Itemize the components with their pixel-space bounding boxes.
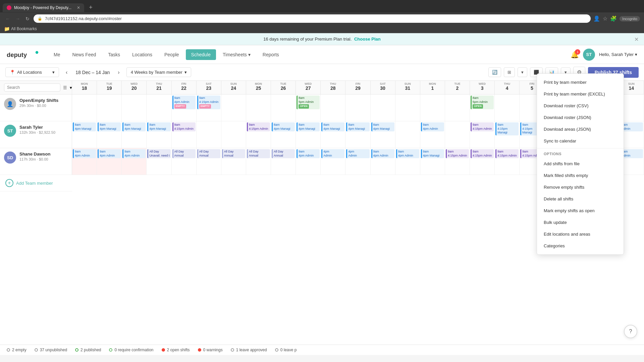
notification-bell[interactable]: 🔔 1	[571, 51, 579, 59]
add-team-member-button[interactable]: + Add Team member	[0, 175, 72, 191]
list-item[interactable]: 9am4:15pm Admin	[495, 149, 519, 158]
location-select[interactable]: 📍 All Locations ▾	[5, 67, 59, 77]
shift-cell[interactable]: 9am4:15pm Admin	[445, 148, 470, 175]
shift-cell[interactable]	[445, 121, 470, 148]
day-header-MON1[interactable]: MON1	[420, 81, 445, 94]
list-item[interactable]: 9am4pm Admin	[98, 149, 121, 158]
nav-me[interactable]: Me	[48, 49, 65, 60]
shift-cell[interactable]	[271, 95, 296, 121]
shift-cell[interactable]: 8am4pm Managi	[271, 121, 296, 148]
list-item[interactable]: 9am4pm Admin	[396, 149, 419, 158]
shift-cell[interactable]	[420, 95, 445, 121]
day-header-TUE19[interactable]: TUE19	[97, 81, 122, 94]
star-icon[interactable]: ☆	[603, 15, 607, 22]
day-header-WED20[interactable]: WED20	[122, 81, 147, 94]
list-item[interactable]: 9am4pm Admin	[371, 149, 394, 158]
shift-cell[interactable]: 9am4pm Managi	[420, 148, 445, 175]
list-item[interactable]: 9am4pm Admin	[421, 122, 444, 131]
nav-reports[interactable]: Reports	[257, 49, 284, 60]
shift-cell[interactable]: 8am4pm Managi	[296, 121, 321, 148]
shift-cell[interactable]: 9am4pm Admin	[395, 148, 420, 175]
shift-cell[interactable]	[345, 95, 370, 121]
shift-cell[interactable]: 8am4pm Managi	[371, 121, 395, 148]
shift-cell[interactable]: 9am4:15pm Admin	[172, 121, 197, 148]
day-header-MON18[interactable]: MON18	[72, 81, 97, 94]
shift-cell[interactable]	[147, 95, 171, 121]
day-header-FRI22[interactable]: FRI22	[172, 81, 197, 94]
list-item[interactable]: 9am4pm Admin	[73, 149, 96, 158]
refresh-button[interactable]: 🔄	[488, 67, 501, 77]
day-header-THU21[interactable]: THU21	[147, 81, 171, 94]
list-item[interactable]: 9am4pm Managi	[421, 149, 444, 158]
list-item[interactable]: 8am4pm Managi	[297, 122, 320, 131]
nav-people[interactable]: People	[159, 49, 184, 60]
shift-cell[interactable]	[72, 95, 97, 121]
shift-cell[interactable]: 9am4pm Admin	[420, 121, 445, 148]
nav-timesheets[interactable]: Timesheets ▾	[217, 49, 256, 60]
forward-button[interactable]: →	[14, 15, 21, 23]
list-item[interactable]: 9am4:15pm Managi	[495, 122, 519, 135]
shift-cell[interactable]	[221, 121, 246, 148]
list-item[interactable]: 8am4pm Managi	[346, 122, 369, 131]
list-item[interactable]: 8am4pm Managi	[73, 122, 96, 131]
shift-cell[interactable]	[495, 95, 520, 121]
day-header-THU28[interactable]: THU28	[321, 81, 345, 94]
tab-close-icon[interactable]: ✕	[77, 5, 80, 10]
dropdown-item-delete-all[interactable]: Delete all shifts	[537, 193, 624, 205]
list-item[interactable]: 9am4pm Admin	[297, 149, 320, 158]
dropdown-item-mark-empty-open[interactable]: Mark empty shifts as open	[537, 205, 624, 217]
list-item[interactable]: 9am4:15pm Admin EMPTY	[197, 96, 220, 109]
day-header-THU4[interactable]: THU4	[495, 81, 520, 94]
list-item[interactable]: 4pmAdmin	[346, 149, 369, 158]
add-shift-button[interactable]: ⊞	[504, 67, 515, 77]
list-item[interactable]: 4pmAdmin	[321, 149, 344, 158]
list-item[interactable]: 8am4pm Managi	[98, 122, 121, 131]
filter-dropdown-icon[interactable]: ▾	[70, 85, 72, 90]
list-item[interactable]: 9am4:15pm Admin	[247, 122, 270, 131]
dropdown-item-download-csv[interactable]: Download roster (CSV)	[537, 100, 624, 112]
list-item[interactable]: All DayAnnual	[272, 149, 295, 158]
trial-cta-link[interactable]: Choose Plan	[354, 37, 381, 42]
list-item[interactable]: All DayAnnual	[222, 149, 245, 158]
user-greeting[interactable]: Hello, Sarah Tyler ▾	[599, 52, 637, 57]
shift-cell[interactable]: All DayAnnual	[197, 148, 221, 175]
day-header-WED3[interactable]: WED3	[470, 81, 495, 94]
extensions-icon[interactable]: 🧩	[610, 15, 617, 22]
day-header-FRI29[interactable]: FRI29	[345, 81, 370, 94]
more-options-button[interactable]: ▾	[518, 67, 527, 77]
list-item[interactable]: 8am4pm Managi	[122, 122, 146, 131]
back-button[interactable]: ←	[4, 15, 11, 23]
address-bar[interactable]: 🔒 7cf47d19112152.na.deputy.com/#roster	[34, 14, 591, 23]
bookmarks-label[interactable]: All Bookmarks	[11, 26, 37, 31]
list-item[interactable]: 8am5pm Admin OPEN	[297, 96, 320, 109]
shift-cell[interactable]	[395, 95, 420, 121]
dropdown-item-print-excel[interactable]: Print by team member (EXCEL)	[537, 88, 624, 100]
shift-cell[interactable]: 9am4pm Admin	[97, 148, 122, 175]
shift-cell[interactable]	[395, 121, 420, 148]
shift-cell[interactable]: 9am4pm Admin EMPTY	[172, 95, 197, 121]
shift-cell[interactable]: 4pmAdmin	[345, 148, 370, 175]
list-item[interactable]: 9am4pm Admin	[122, 149, 146, 158]
shift-cell[interactable]: 8am5pm Admin OPEN	[470, 95, 495, 121]
shift-cell[interactable]: 9am4pm Admin	[122, 148, 147, 175]
new-tab-button[interactable]: +	[86, 3, 96, 12]
shift-cell[interactable]: All DayAnnual	[246, 148, 271, 175]
filter-button[interactable]: ☰	[63, 85, 67, 90]
shift-cell[interactable]: 9am4pm Admin	[72, 148, 97, 175]
nav-tasks[interactable]: Tasks	[103, 49, 125, 60]
deputy-logo[interactable]: deputy	[7, 50, 40, 59]
dropdown-item-bulk-update[interactable]: Bulk update	[537, 217, 624, 228]
nav-newsfeed[interactable]: News Feed	[67, 49, 101, 60]
day-header-MON25[interactable]: MON25	[246, 81, 271, 94]
day-header-SUN24[interactable]: SUN24	[221, 81, 246, 94]
trial-close-icon[interactable]: ✕	[634, 36, 639, 42]
shift-cell[interactable]	[321, 95, 345, 121]
dropdown-item-remove-empty[interactable]: Remove empty shifts	[537, 181, 624, 193]
shift-cell[interactable]: All DayUnavail. need t	[147, 148, 171, 175]
list-item[interactable]: 9am4:15pm Admin	[446, 149, 469, 158]
list-item[interactable]: 9am4:15pm Admin	[471, 149, 494, 158]
day-header-TUE26[interactable]: TUE26	[271, 81, 296, 94]
list-item[interactable]: All DayUnavail. need t	[147, 149, 170, 158]
user-avatar[interactable]: ST	[583, 49, 595, 61]
list-item[interactable]: 8am5pm Admin OPEN	[471, 96, 494, 109]
